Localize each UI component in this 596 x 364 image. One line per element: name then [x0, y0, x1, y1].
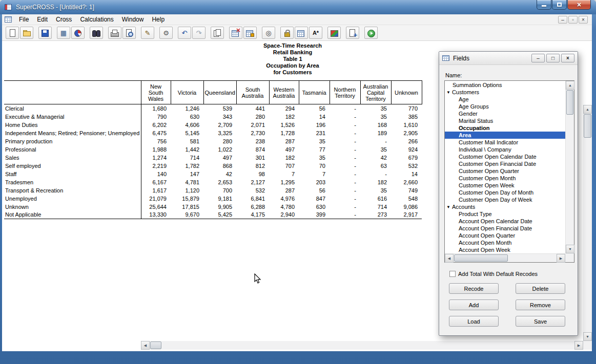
value-cell[interactable]: 77 [299, 145, 330, 154]
field-item-occupation[interactable]: Occupation [445, 124, 565, 132]
value-cell[interactable]: 7 [299, 170, 330, 178]
value-cell[interactable]: 35 [360, 145, 391, 154]
value-cell[interactable]: 874 [236, 145, 269, 154]
value-cell[interactable]: 4,175 [236, 211, 269, 219]
save-button[interactable]: Save [516, 316, 565, 327]
value-cell[interactable]: 35 [360, 186, 391, 195]
value-cell[interactable]: - [330, 104, 360, 113]
value-cell[interactable]: - [330, 113, 360, 121]
value-cell[interactable]: 700 [203, 186, 236, 195]
value-cell[interactable]: 441 [236, 104, 269, 113]
scroll-right-button[interactable]: ▶ [574, 341, 583, 350]
value-cell[interactable]: 924 [391, 145, 422, 154]
field-item-account-open-month[interactable]: Account Open Month [445, 239, 565, 246]
value-cell[interactable]: 9,905 [203, 203, 236, 211]
value-cell[interactable]: 2,905 [391, 129, 422, 137]
row-label-cell[interactable]: Clerical [4, 104, 141, 113]
fields-horizontal-scroll-thumb[interactable] [454, 254, 508, 262]
remove-button[interactable]: Remove [516, 299, 565, 310]
child-minimize-button[interactable] [558, 16, 567, 24]
value-cell[interactable]: 497 [269, 145, 299, 154]
value-cell[interactable]: 1,274 [141, 154, 171, 162]
tree-collapse-arrow-icon[interactable]: ▼ [446, 90, 450, 95]
value-cell[interactable]: - [330, 195, 360, 203]
value-cell[interactable]: - [330, 203, 360, 211]
value-cell[interactable]: 7 [269, 170, 299, 178]
fields-scroll-down-button[interactable]: ▼ [566, 245, 574, 253]
value-cell[interactable]: 399 [299, 211, 330, 219]
row-label-cell[interactable]: Sales [4, 154, 141, 162]
edit-note-button[interactable]: ✎ [141, 27, 154, 39]
column-header-tasmania[interactable]: Tasmania [299, 81, 330, 104]
value-cell[interactable]: - [330, 137, 360, 145]
new-document-button[interactable] [6, 27, 19, 39]
value-cell[interactable]: 2,127 [236, 178, 269, 186]
value-cell[interactable]: - [330, 121, 360, 129]
child-window-icon[interactable] [5, 16, 12, 23]
value-cell[interactable]: 679 [391, 154, 422, 162]
value-cell[interactable]: 98 [236, 170, 269, 178]
value-cell[interactable]: 147 [171, 170, 203, 178]
value-cell[interactable]: 4,780 [269, 203, 299, 211]
value-cell[interactable]: 280 [203, 137, 236, 145]
value-cell[interactable]: - [330, 162, 360, 170]
map-button[interactable] [327, 27, 341, 39]
field-item-summation-options[interactable]: Summation Options [445, 81, 565, 89]
column-header-victoria[interactable]: Victoria [171, 81, 203, 104]
value-cell[interactable]: 1,526 [269, 121, 299, 129]
value-cell[interactable]: 42 [203, 170, 236, 178]
column-header-northern-territory[interactable]: Northern Territory [330, 81, 360, 104]
column-header-queensland[interactable]: Queensland [203, 81, 236, 104]
value-cell[interactable]: 1,246 [171, 104, 203, 113]
field-item-accounts[interactable]: ▼Accounts [445, 203, 565, 210]
scroll-down-button[interactable]: ▼ [583, 332, 592, 341]
value-cell[interactable]: 168 [360, 121, 391, 129]
value-cell[interactable]: 2,660 [391, 178, 422, 186]
open-file-button[interactable] [20, 27, 33, 39]
value-cell[interactable]: 35 [360, 113, 391, 121]
value-cell[interactable]: 707 [269, 162, 299, 170]
field-item-customer-open-day-of-month[interactable]: Customer Open Day of Month [445, 189, 565, 196]
value-cell[interactable]: 2,730 [236, 129, 269, 137]
value-cell[interactable]: 14 [391, 170, 422, 178]
scroll-left-button[interactable]: ◀ [141, 341, 150, 350]
field-item-age-groups[interactable]: Age Groups [445, 103, 565, 110]
field-item-account-open-financial-date[interactable]: Account Open Financial Date [445, 225, 565, 232]
value-cell[interactable]: 548 [391, 195, 422, 203]
menu-window[interactable]: Window [118, 16, 148, 23]
field-item-account-open-week[interactable]: Account Open Week [445, 246, 565, 253]
field-item-customer-open-month[interactable]: Customer Open Month [445, 175, 565, 182]
menu-file[interactable]: File [15, 16, 33, 23]
value-cell[interactable]: 616 [360, 195, 391, 203]
record-view-button[interactable]: ◎ [262, 27, 275, 39]
menu-help[interactable]: Help [148, 16, 169, 23]
value-cell[interactable]: 756 [141, 137, 171, 145]
fields-list-horizontal-scrollbar[interactable]: ◀ ▶ [445, 253, 565, 262]
column-header-south-australia[interactable]: South Australia [236, 81, 269, 104]
value-cell[interactable]: 6,288 [236, 203, 269, 211]
row-label-cell[interactable]: Unemployed [4, 195, 141, 203]
value-cell[interactable]: 847 [299, 195, 330, 203]
value-cell[interactable]: 812 [236, 162, 269, 170]
value-cell[interactable]: 182 [269, 154, 299, 162]
value-cell[interactable]: - [330, 170, 360, 178]
field-item-customer-open-day-of-week[interactable]: Customer Open Day of Week [445, 196, 565, 203]
add-button[interactable]: Add [449, 299, 499, 310]
value-cell[interactable]: - [360, 170, 391, 178]
menu-cross[interactable]: Cross [52, 16, 76, 23]
field-item-area[interactable]: Area [445, 132, 565, 139]
value-cell[interactable]: 6,841 [236, 195, 269, 203]
field-item-customer-open-calendar-date[interactable]: Customer Open Calendar Date [445, 153, 565, 160]
value-cell[interactable]: 266 [391, 137, 422, 145]
value-cell[interactable]: - [330, 211, 360, 219]
value-cell[interactable]: 280 [236, 113, 269, 121]
value-cell[interactable]: 6,475 [141, 129, 171, 137]
value-cell[interactable]: - [330, 186, 360, 195]
value-cell[interactable]: 5,145 [171, 129, 203, 137]
value-cell[interactable]: - [330, 129, 360, 137]
value-cell[interactable]: 9,086 [391, 203, 422, 211]
value-cell[interactable]: 56 [299, 104, 330, 113]
font-button[interactable]: A* [309, 27, 322, 39]
row-label-cell[interactable]: Unknown [4, 203, 141, 211]
delete-table-button[interactable] [229, 27, 242, 39]
